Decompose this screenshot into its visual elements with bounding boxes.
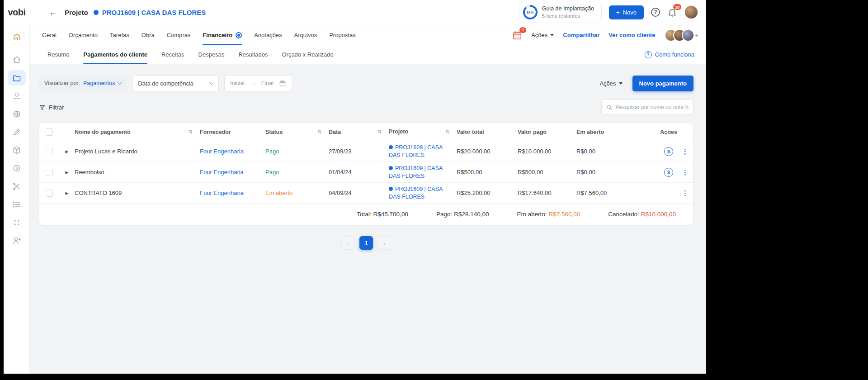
row-checkbox[interactable] [46, 169, 53, 176]
list-icon[interactable] [8, 197, 26, 212]
subtab-resumo[interactable]: Resumo [47, 45, 69, 64]
compartilhar-link[interactable]: Compartilhar [563, 32, 599, 38]
team-avatars[interactable]: + [665, 29, 698, 42]
implementation-guide-widget[interactable]: 89% Guia de Implantação 5 itens restante… [519, 2, 602, 23]
date-end-placeholder[interactable]: Final [261, 80, 274, 86]
add-member-icon[interactable]: + [695, 33, 698, 38]
project-dot-icon [389, 166, 393, 170]
payment-name[interactable]: CONTRATO 1609 [75, 190, 200, 196]
expand-row-icon[interactable]: ▶ [66, 191, 69, 195]
table-row[interactable]: ▶ CONTRATO 1609 Four Engenharia Em abert… [39, 183, 693, 204]
svg-text:$: $ [15, 166, 18, 171]
subtab-pagamentos-do-cliente[interactable]: Pagamentos do cliente [83, 45, 147, 64]
avatar[interactable] [682, 29, 694, 42]
project-title[interactable]: PROJ1609 | CASA DAS FLORES [102, 9, 206, 16]
row-checkbox[interactable] [46, 190, 53, 197]
tab-orcamento[interactable]: Orçamento [69, 25, 98, 45]
pago-label: Pago: [436, 211, 452, 218]
web-globe-icon[interactable] [8, 106, 26, 122]
row-menu-icon[interactable]: ⋮ [682, 168, 689, 176]
user-avatar[interactable] [684, 5, 698, 19]
tab-anotacoes[interactable]: Anotações [254, 25, 282, 45]
payment-name[interactable]: Projeto Lucas e Ricardo [75, 148, 200, 155]
page-1-button[interactable]: 1 [359, 236, 373, 250]
tab-geral[interactable]: Geral [42, 25, 57, 45]
payment-name[interactable]: Reembolso [75, 169, 200, 176]
acoes-dropdown[interactable]: Ações [531, 32, 554, 38]
table-row[interactable]: ▶ Projeto Lucas e Ricardo Four Engenhari… [39, 141, 693, 162]
vobi-logo[interactable]: vobi [4, 7, 30, 18]
tab-compras[interactable]: Compras [167, 25, 191, 45]
sort-icon[interactable]: ⇅ [189, 129, 193, 135]
prev-page-button[interactable]: ‹ [341, 236, 355, 250]
finance-coin-icon[interactable]: $ [8, 161, 26, 176]
design-tools-icon[interactable] [8, 124, 26, 140]
date-type-select[interactable]: Data de competência [132, 76, 219, 91]
ver-como-cliente-link[interactable]: Ver como cliente [609, 32, 655, 38]
date-range-picker[interactable]: Inicial → Final [224, 75, 292, 91]
expand-row-icon[interactable]: ▶ [66, 149, 69, 154]
supplier-link[interactable]: Four Engenharia [200, 169, 265, 176]
search-box[interactable] [601, 100, 693, 115]
table-row[interactable]: ▶ Reembolso Four Engenharia Pago 01/04/2… [39, 162, 693, 183]
project-cell[interactable]: PROJ1609 | CASA DAS FLORES [389, 142, 457, 161]
company-logo[interactable] [9, 29, 25, 45]
project-cell[interactable]: PROJ1609 | CASA DAS FLORES [389, 183, 457, 203]
novo-pagamento-button[interactable]: Novo pagamento [632, 76, 693, 91]
chevron-down-icon [619, 82, 623, 85]
row-menu-icon[interactable]: ⋮ [682, 189, 689, 197]
supplier-link[interactable]: Four Engenharia [200, 190, 265, 196]
search-input[interactable] [615, 104, 689, 110]
sort-icon[interactable]: ⇅ [445, 128, 449, 135]
notifications-bell-icon[interactable]: 10 [667, 7, 677, 17]
payment-money-icon[interactable]: $ [664, 147, 673, 156]
em-aberto-value: R$7.560,00 [549, 211, 580, 218]
subtab-despesas[interactable]: Despesas [198, 45, 225, 64]
date-start-placeholder[interactable]: Inicial [230, 80, 245, 86]
visualizar-por-dropdown[interactable]: Visualizar por: Pagamentos [39, 76, 127, 90]
payment-money-icon[interactable]: $ [664, 168, 673, 177]
subtab-orcado-x-realizado[interactable]: Orçado x Realizado [282, 45, 333, 64]
apps-grid-icon[interactable] [8, 215, 26, 230]
collapse-sidebar-icon[interactable]: → [31, 26, 36, 32]
calendar-badge: 1 [519, 27, 526, 33]
row-checkbox[interactable] [46, 148, 53, 155]
row-menu-icon[interactable]: ⋮ [682, 147, 689, 156]
clients-icon[interactable] [8, 233, 26, 248]
tab-arquivos[interactable]: Arquivos [294, 25, 317, 45]
projects-folder-icon[interactable] [8, 70, 26, 86]
valor-total: R$500,00 [457, 169, 518, 176]
calendar-icon[interactable]: 1 [512, 30, 522, 40]
new-button[interactable]: + Novo [609, 5, 644, 19]
em-aberto-label: Em aberto: [517, 211, 547, 218]
tab-propostas[interactable]: Propostas [329, 25, 356, 45]
sort-icon[interactable]: ⇅ [377, 129, 382, 135]
subtab-receitas[interactable]: Receitas [161, 45, 184, 64]
payments-icon[interactable] [8, 88, 26, 104]
valor-total: R$20.000,00 [457, 148, 518, 155]
filtrar-button[interactable]: Filtrar [39, 104, 64, 111]
back-icon[interactable]: ← [49, 8, 57, 18]
table-acoes-dropdown[interactable]: Ações [599, 80, 622, 87]
subtab-resultados[interactable]: Resultados [238, 45, 268, 64]
tab-financeiro[interactable]: Financeiro [203, 25, 242, 45]
pago-value: R$28.140,00 [454, 211, 489, 218]
sort-icon[interactable]: ⇅ [317, 129, 321, 135]
tab-obra[interactable]: Obra [142, 25, 155, 45]
products-box-icon[interactable] [8, 142, 26, 158]
project-cell[interactable]: PROJ1609 | CASA DAS FLORES [389, 162, 457, 182]
help-icon[interactable]: ? [651, 8, 660, 17]
status-label: Pago [265, 148, 329, 155]
cancelado-label: Cancelado: [608, 211, 639, 218]
project-dot-icon [389, 145, 393, 149]
topbar: vobi ← Projeto PROJ1609 | CASA DAS FLORE… [4, 0, 706, 25]
project-dot-icon [389, 187, 393, 191]
home-icon[interactable] [8, 52, 26, 67]
select-all-checkbox[interactable] [46, 128, 53, 136]
supplier-link[interactable]: Four Engenharia [200, 148, 265, 155]
tab-tarefas[interactable]: Tarefas [110, 25, 129, 45]
next-page-button[interactable]: › [377, 236, 391, 250]
expand-row-icon[interactable]: ▶ [66, 170, 69, 175]
tools-icon[interactable] [8, 179, 26, 194]
como-funciona-link[interactable]: ? Como funciona [645, 45, 694, 64]
